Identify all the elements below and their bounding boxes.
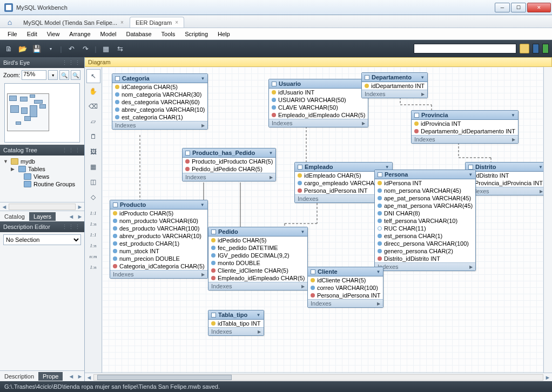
collapse-icon[interactable]: ▼	[200, 202, 205, 207]
diagram-canvas[interactable]: Categoria▼idCategoria CHAR(5)nom_categor…	[102, 67, 543, 373]
column-row[interactable]: ape_pat_persona VARCHAR(45)	[375, 194, 475, 202]
minimap[interactable]	[4, 83, 80, 143]
column-row[interactable]: idProducto CHAR(5)	[110, 209, 207, 217]
entity-distrito[interactable]: Distrito▼idDistrito INTProvincia_idProvi…	[465, 162, 543, 195]
pointer-tool-icon[interactable]: ↖	[86, 69, 100, 83]
entity-header[interactable]: Departamento▼	[362, 73, 427, 82]
indexes-section[interactable]: Indexes▶	[466, 187, 543, 195]
entity-header[interactable]: Producto▼	[110, 200, 207, 209]
collapse-icon[interactable]: ▼	[538, 165, 543, 170]
menu-edit[interactable]: Edit	[23, 30, 42, 38]
tab-properties[interactable]: Prope	[38, 372, 63, 381]
column-row[interactable]: RUC CHAR(11)	[375, 225, 475, 232]
zoom-out-icon[interactable]: 🔍	[71, 70, 80, 80]
menu-scripting[interactable]: Scripting	[180, 30, 212, 38]
eraser-tool-icon[interactable]: ⌫	[86, 99, 100, 113]
save-dropdown-icon[interactable]: ▾	[45, 43, 56, 54]
column-row[interactable]: Provincia_idProvincia INT	[466, 179, 543, 187]
column-row[interactable]: idPedido CHAR(5)	[208, 236, 307, 244]
table-tool-icon[interactable]: ▦	[86, 160, 100, 174]
column-row[interactable]: genero_persona CHAR(2)	[375, 247, 475, 255]
column-row[interactable]: idDepartamento INT	[362, 82, 427, 90]
column-row[interactable]: monto DOUBLE	[208, 259, 307, 267]
entity-usuario[interactable]: Usuario▼idUsuario INTUSUARIO VARCHAR(50)…	[268, 79, 368, 127]
column-row[interactable]: Persona_idPersona INT	[308, 292, 383, 299]
column-row[interactable]: idCategoria CHAR(5)	[112, 83, 207, 91]
tree-tables[interactable]: ▶Tables	[3, 165, 81, 173]
column-row[interactable]: IGV_pedido DECIMAL(9,2)	[208, 252, 307, 259]
entity-header[interactable]: Cliente▼	[308, 267, 383, 276]
column-row[interactable]: idCliente CHAR(5)	[308, 276, 383, 284]
column-row[interactable]: Empleado_idEmpleado CHAR(5)	[208, 274, 307, 282]
column-row[interactable]: abrev_categoria VARCHAR(10)	[112, 106, 207, 113]
entity-provincia[interactable]: Provincia▼idProvincia INTDepartamento_id…	[411, 110, 519, 144]
collapse-icon[interactable]: ▼	[257, 313, 261, 317]
column-row[interactable]: Pedido_idPedido CHAR(5)	[183, 165, 275, 173]
home-button[interactable]: ⌂	[2, 17, 17, 28]
column-row[interactable]: abrev_producto VARCHAR(10)	[110, 232, 207, 240]
open-file-icon[interactable]: 📂	[17, 43, 28, 54]
sync-icon[interactable]: ⇆	[115, 43, 125, 54]
menu-database[interactable]: Database	[122, 30, 156, 38]
entity-tabla_tipo[interactable]: Tabla_tipo▼idTabla_tipo INTIndexes▶	[208, 310, 264, 336]
tab-catalog[interactable]: Catalog	[0, 212, 29, 221]
menu-help[interactable]: Help	[213, 30, 234, 38]
tab-layers[interactable]: Layers	[29, 212, 56, 221]
column-row[interactable]: Cliente_idCliente CHAR(5)	[208, 267, 307, 274]
entity-departamento[interactable]: Departamento▼idDepartamento INTIndexes▶	[361, 72, 428, 98]
rel-n-m-tool[interactable]: n:m	[86, 252, 100, 261]
rel-1-n-ex-tool[interactable]: 1:n	[86, 262, 100, 272]
maximize-button[interactable]: ☐	[511, 3, 526, 12]
column-row[interactable]: Producto_idProducto CHAR(5)	[183, 158, 275, 165]
horizontal-scrollbar[interactable]: ◄►	[85, 373, 552, 381]
menu-tools[interactable]: Tools	[157, 30, 180, 38]
collapse-icon[interactable]: ▼	[468, 172, 473, 177]
column-row[interactable]: Departamento_idDepartamento INT	[412, 127, 518, 135]
tabs-next-icon[interactable]: ►	[76, 212, 84, 221]
collapse-icon[interactable]: ▼	[420, 75, 425, 80]
menu-arrange[interactable]: Arrange	[65, 30, 95, 38]
column-row[interactable]: idDistrito INT	[466, 172, 543, 179]
menu-model[interactable]: Model	[96, 30, 121, 38]
entity-header[interactable]: Producto_has_Pedido▼	[183, 148, 275, 158]
tabs-prev-icon[interactable]: ◄	[67, 212, 76, 221]
indexes-section[interactable]: Indexes▶	[110, 270, 207, 278]
indexes-section[interactable]: Indexes▶	[412, 135, 518, 143]
tab-model[interactable]: MySQL Model (Tienda San Felipe... ×	[17, 17, 130, 28]
tabs-next-icon[interactable]: ►	[76, 372, 84, 381]
entity-header[interactable]: Pedido▼	[208, 227, 307, 236]
indexes-section[interactable]: Indexes▶	[269, 119, 368, 127]
rel-1-1-tool[interactable]: 1:1	[86, 208, 100, 218]
rel-1-n-id-tool[interactable]: 1:n	[86, 241, 100, 251]
tree-views[interactable]: Views	[3, 173, 81, 180]
minimize-button[interactable]: ─	[495, 3, 510, 12]
menu-file[interactable]: File	[3, 30, 22, 38]
column-row[interactable]: telf_persona VARCHAR(10)	[375, 217, 475, 225]
entity-persona[interactable]: Persona▼idPersona INTnom_persona VARCHAR…	[374, 170, 476, 271]
tree-routines[interactable]: Routine Groups	[3, 180, 81, 188]
menu-view[interactable]: View	[43, 30, 64, 38]
entity-pedido[interactable]: Pedido▼idPedido CHAR(5)fec_pedido DATETI…	[208, 227, 308, 290]
rel-1-1-id-tool[interactable]: 1:1	[86, 230, 100, 240]
note-tool-icon[interactable]: 🗒	[86, 130, 100, 144]
rel-1-n-tool[interactable]: 1:n	[86, 219, 100, 229]
tab-description[interactable]: Description	[0, 372, 38, 381]
column-row[interactable]: idUsuario INT	[269, 89, 368, 96]
tabs-prev-icon[interactable]: ◄	[67, 372, 76, 381]
entity-categoria[interactable]: Categoria▼idCategoria CHAR(5)nom_categor…	[112, 73, 208, 130]
indexes-section[interactable]: Indexes▶	[308, 299, 383, 307]
column-row[interactable]: des_categoria VARCHAR(60)	[112, 98, 207, 106]
entity-header[interactable]: Usuario▼	[269, 79, 368, 89]
layer-tool-icon[interactable]: ▱	[86, 114, 100, 129]
tab-eer-diagram[interactable]: EER Diagram ×	[130, 17, 184, 28]
search-input[interactable]	[414, 44, 516, 53]
vertical-scrollbar[interactable]	[543, 67, 552, 373]
column-row[interactable]: ape_mat_persona VARCHAR(45)	[375, 202, 475, 209]
column-row[interactable]: idPersona INT	[375, 179, 475, 187]
close-icon[interactable]: ×	[120, 19, 124, 25]
indexes-section[interactable]: Indexes▶	[208, 282, 307, 290]
column-row[interactable]: fec_pedido DATETIME	[208, 244, 307, 252]
undo-icon[interactable]: ↶	[66, 43, 77, 54]
column-row[interactable]: Empleado_idEmpleado CHAR(5)	[269, 111, 368, 119]
indexes-section[interactable]: Indexes▶	[362, 90, 427, 98]
